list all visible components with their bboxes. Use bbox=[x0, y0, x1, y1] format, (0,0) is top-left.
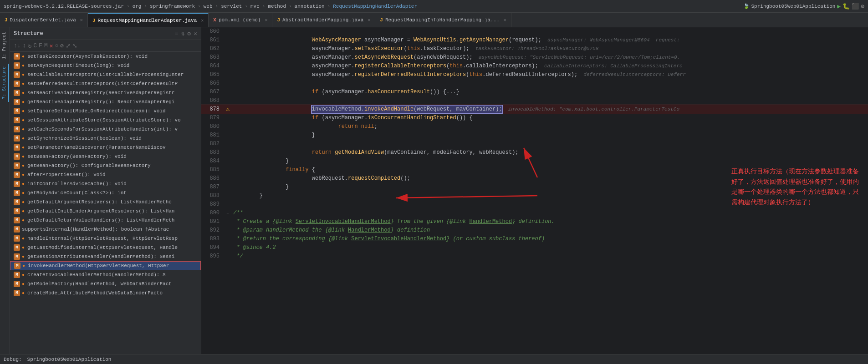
run-button[interactable]: ▶ bbox=[837, 3, 841, 10]
code-content-882[interactable] bbox=[232, 140, 868, 148]
tab-dispatcher[interactable]: J DispatcherServlet.java ✕ bbox=[0, 13, 88, 27]
method-icon-22: M bbox=[14, 253, 20, 260]
tab-abstracthandler[interactable]: J AbstractHandlerMapping.java ✕ bbox=[272, 13, 375, 27]
code-content-884[interactable]: } bbox=[232, 157, 868, 166]
sidebar-item-1[interactable]: M●setAsyncRequestTimeout(long): void bbox=[10, 61, 201, 70]
sidebar-item-15[interactable]: M●getBodyAdviceCount(Class<?>): int bbox=[10, 188, 201, 197]
toolbar-icon-filter[interactable]: ⊘ bbox=[60, 42, 64, 50]
code-content-883[interactable]: return getModelAndView(mavContainer, mod… bbox=[232, 148, 868, 157]
toolbar-icon-refresh[interactable]: ↻ bbox=[28, 42, 31, 50]
code-content-891[interactable]: * Create a {@link ServletInvocableHandle… bbox=[232, 217, 868, 226]
sidebar-item-20[interactable]: M●handleInternal(HttpServletRequest, Htt… bbox=[10, 234, 201, 243]
annotation-overlay: 正真执行目标方法（现在方法参数处理器准备好了，方法返回值处理器也准备好了，使用的… bbox=[731, 166, 859, 207]
sidebar-item-22[interactable]: M●getSessionAttributesHandler(HandlerMet… bbox=[10, 252, 201, 261]
sidebar-item-18[interactable]: M●getDefaultReturnValueHandlers(): List<… bbox=[10, 216, 201, 225]
tab-close-requestmapping[interactable]: ✕ bbox=[201, 18, 204, 23]
code-content-894[interactable]: * @since 4.2 bbox=[232, 243, 868, 252]
toolbar-icon-error[interactable]: ✕ bbox=[50, 42, 53, 50]
sidebar-item-12[interactable]: M●getBeanFactory(): ConfigurableBeanFact… bbox=[10, 161, 201, 170]
code-content-864[interactable]: asyncManager.registerCallableInterceptor… bbox=[232, 62, 868, 71]
toolbar-icon-collapse[interactable]: ⤡ bbox=[72, 42, 77, 50]
sidebar-item-17[interactable]: M●getDefaultInitBinderArgumentResolvers(… bbox=[10, 207, 201, 216]
fold-icon[interactable]: – bbox=[226, 209, 229, 217]
code-content-893[interactable]: * @return the corresponding {@link Servl… bbox=[232, 235, 868, 243]
sidebar-item-7[interactable]: M●setSessionAttributeStore(SessionAttrib… bbox=[10, 116, 201, 125]
sidebar-item-13[interactable]: M●afterPropertiesSet(): void bbox=[10, 170, 201, 179]
sidebar-item-5[interactable]: M●getReactiveAdapterRegistry(): Reactive… bbox=[10, 97, 201, 106]
code-content-865[interactable]: asyncManager.registerDeferredResultInter… bbox=[232, 71, 868, 79]
settings-icon[interactable]: ⚙ bbox=[861, 3, 864, 10]
toolbar-icon-sort-alpha[interactable]: ↑↓ bbox=[14, 42, 21, 49]
code-line-866: 866 bbox=[201, 79, 868, 88]
tab-requestmapping[interactable]: J RequestMappingHandlerAdapter.java ✕ bbox=[88, 13, 209, 27]
code-content-867[interactable]: if (asyncManager.hasConcurrentResult()) … bbox=[232, 88, 868, 96]
tab-close-pom[interactable]: ✕ bbox=[265, 17, 267, 23]
breadcrumb-annotation[interactable]: annotation bbox=[295, 4, 325, 9]
sidebar-item-6[interactable]: M●setIgnoreDefaultModelOnRedirect(boolea… bbox=[10, 106, 201, 116]
breadcrumb-mvc[interactable]: mvc bbox=[250, 4, 260, 9]
sidebar-item-26[interactable]: M●createModelAttributeMethod(WebDataBind… bbox=[10, 288, 201, 298]
breadcrumb-servlet[interactable]: servlet bbox=[221, 4, 242, 9]
breadcrumb-class[interactable]: RequestMappingHandlerAdapter bbox=[333, 4, 417, 9]
gutter-860 bbox=[223, 27, 232, 36]
sidebar-item-3[interactable]: M●setDeferredResultInterceptors(List<Def… bbox=[10, 79, 201, 88]
code-content-892[interactable]: * @param handlerMethod the {@link Handle… bbox=[232, 226, 868, 235]
run-config-label[interactable]: Springboot05Web01Application bbox=[751, 4, 836, 9]
tab-close-dispatcher[interactable]: ✕ bbox=[80, 17, 83, 23]
debug-button[interactable]: 🐛 bbox=[842, 3, 850, 10]
sidebar-item-4[interactable]: M●setReactiveAdapterRegistry(ReactiveAda… bbox=[10, 88, 201, 97]
toolbar-icon-fields[interactable]: F bbox=[39, 42, 42, 49]
sidebar-header: Structure ≡ ⇅ ⚙ ✕ bbox=[10, 27, 201, 40]
tab-close-abstracthandler[interactable]: ✕ bbox=[368, 17, 370, 23]
code-content-868[interactable] bbox=[232, 96, 868, 105]
sidebar-item-0[interactable]: M●setTaskExecutor(AsyncTaskExecutor): vo… bbox=[10, 52, 201, 61]
breadcrumb-org[interactable]: org bbox=[133, 4, 142, 9]
sidebar-item-23[interactable]: M●invokeHandlerMethod(HttpServletRequest… bbox=[10, 261, 201, 270]
v-tab-project[interactable]: 1: Project bbox=[0, 29, 9, 62]
toolbar-icon-expand-all[interactable]: ⤢ bbox=[66, 42, 71, 50]
sidebar-item-14[interactable]: M●initControllerAdviceCache(): void bbox=[10, 179, 201, 188]
code-content-879[interactable]: if (asyncManager.isConcurrentHandlingSta… bbox=[232, 114, 868, 122]
breadcrumb-springframework[interactable]: springframework bbox=[150, 4, 195, 9]
sidebar-item-19[interactable]: MsupportsInternal(HandlerMethod): boolea… bbox=[10, 225, 201, 234]
annotation-text: 正真执行目标方法（现在方法参数处理器准备好了，方法返回值处理器也准备好了，使用的… bbox=[731, 167, 859, 206]
sidebar-item-9[interactable]: M●setSynchronizeOnSession(boolean): void bbox=[10, 134, 201, 143]
sidebar-item-10[interactable]: M●setParameterNameDiscoverer(ParameterNa… bbox=[10, 143, 201, 152]
code-content-878[interactable]: invocableMethod.invokeAndHandle(webReque… bbox=[232, 105, 868, 114]
toolbar-icon-class[interactable]: C bbox=[33, 42, 37, 49]
tab-close-requestmappinginfo[interactable]: ✕ bbox=[504, 17, 506, 23]
v-tab-structure[interactable]: 7: Structure bbox=[0, 64, 9, 102]
method-text-12: getBeanFactory(): ConfigurableBeanFactor… bbox=[27, 163, 151, 168]
sidebar-item-16[interactable]: M●getDefaultArgumentResolvers(): List<Ha… bbox=[10, 197, 201, 207]
sidebar-item-8[interactable]: M●setCacheSecondsForSessionAttributeHand… bbox=[10, 125, 201, 134]
tab-requestmappinginfo[interactable]: J RequestMappingInfoHandlerMapping.ja...… bbox=[375, 13, 511, 27]
code-line-890: 890–/** bbox=[201, 209, 868, 217]
code-content-890[interactable]: /** bbox=[232, 209, 868, 217]
breadcrumb-jar[interactable]: spring-webmvc-5.2.12.RELEASE-sources.jar bbox=[4, 4, 124, 9]
sidebar-item-25[interactable]: M●getModelFactory(HandlerMethod, WebData… bbox=[10, 279, 201, 288]
code-content-862[interactable]: asyncManager.setTaskExecutor(this.taskEx… bbox=[232, 45, 868, 53]
breadcrumb-web[interactable]: web bbox=[204, 4, 213, 9]
sidebar-item-2[interactable]: M●setCallableInterceptors(List<CallableP… bbox=[10, 70, 201, 79]
code-content-860[interactable] bbox=[232, 27, 868, 36]
code-content-895[interactable]: */ bbox=[232, 252, 868, 261]
sidebar-icon-sort[interactable]: ≡ bbox=[175, 30, 179, 37]
code-content-861[interactable]: WebAsyncManager asyncManager = WebAsyncU… bbox=[232, 36, 868, 45]
toolbar-icon-o[interactable]: ○ bbox=[55, 42, 59, 49]
sidebar-icon-close[interactable]: ✕ bbox=[194, 30, 197, 37]
toolbar-icon-methods[interactable]: M bbox=[44, 42, 48, 49]
code-line-868: 868 bbox=[201, 96, 868, 105]
code-content-863[interactable]: asyncManager.setAsyncWebRequest(asyncWeb… bbox=[232, 53, 868, 62]
sidebar-icon-expand[interactable]: ⇅ bbox=[181, 30, 185, 37]
stop-button[interactable]: ⬛ bbox=[852, 3, 859, 10]
code-content-881[interactable]: } bbox=[232, 131, 868, 140]
code-content-880[interactable]: return null; bbox=[232, 122, 868, 131]
toolbar-icon-sort-type[interactable]: ↕ bbox=[23, 42, 26, 49]
code-content-866[interactable] bbox=[232, 79, 868, 88]
sidebar-item-11[interactable]: M●setBeanFactory(BeanFactory): void bbox=[10, 152, 201, 161]
sidebar-item-21[interactable]: M●getLastModifiedInternal(HttpServletReq… bbox=[10, 243, 201, 252]
breadcrumb-method[interactable]: method bbox=[268, 4, 286, 9]
sidebar-item-24[interactable]: M●createInvocableHandlerMethod(HandlerMe… bbox=[10, 270, 201, 279]
tab-pom[interactable]: X pom.xml (demo) ✕ bbox=[209, 13, 272, 27]
sidebar-icon-settings[interactable]: ⚙ bbox=[187, 30, 191, 37]
